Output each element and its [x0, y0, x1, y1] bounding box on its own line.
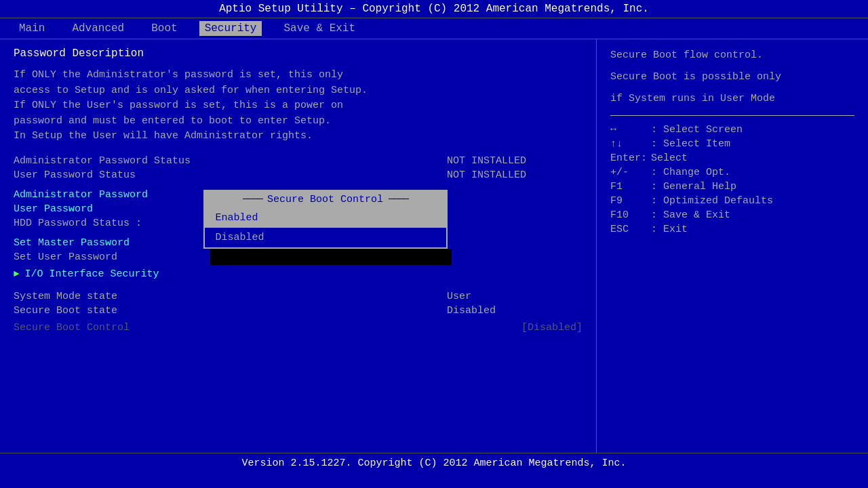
- help-line: if System runs in User Mode: [610, 91, 854, 107]
- popup-option-disabled[interactable]: Disabled: [205, 228, 446, 247]
- key-row: F10: Save & Exit: [610, 209, 854, 221]
- field-label: Administrator Password Status: [14, 155, 447, 167]
- bottom-bar: Version 2.15.1227. Copyright (C) 2012 Am…: [0, 453, 868, 473]
- fields-block: Administrator Password StatusNOT INSTALL…: [14, 155, 583, 181]
- key-desc: : General Help: [651, 181, 736, 192]
- key-desc: : Save & Exit: [651, 209, 730, 221]
- key-row: F1: General Help: [610, 181, 854, 192]
- key-label: ↑↓: [610, 138, 651, 150]
- key-desc: : Select Item: [651, 138, 730, 150]
- secure-boot-control-label: Secure Boot Control: [14, 322, 521, 333]
- key-desc: Select: [651, 152, 688, 164]
- system-mode-row: System Mode stateUser: [14, 291, 583, 302]
- description-line: password and must be entered to boot to …: [14, 114, 583, 129]
- secure-boot-control-value: [Disabled]: [521, 322, 583, 333]
- field-label: User Password Status: [14, 169, 447, 181]
- password-description-title: Password Description: [14, 47, 583, 60]
- field-row: User Password StatusNOT INSTALLED: [14, 169, 583, 181]
- menu-item-advanced[interactable]: Advanced: [66, 21, 130, 36]
- key-desc: : Optimized Defaults: [651, 195, 773, 207]
- description-line: access to Setup and is only asked for wh…: [14, 83, 583, 99]
- io-security-row[interactable]: ► I/O Interface Security: [14, 268, 583, 280]
- key-rows: ↔: Select Screen↑↓: Select ItemEnter: Se…: [610, 124, 854, 235]
- key-label: +/-: [610, 167, 651, 178]
- field-value: NOT INSTALLED: [447, 155, 583, 167]
- bottom-text: Version 2.15.1227. Copyright (C) 2012 Am…: [241, 458, 626, 469]
- key-desc: : Select Screen: [651, 124, 743, 136]
- popup-title: Secure Boot Control: [205, 191, 446, 208]
- key-row: ↔: Select Screen: [610, 124, 854, 136]
- popup-title-text: Secure Boot Control: [267, 194, 383, 205]
- key-label: ↔: [610, 124, 651, 136]
- right-panel: Secure Boot flow control.Secure Boot is …: [597, 39, 868, 453]
- system-mode-value: User: [447, 291, 583, 302]
- secure-boot-control-row: Secure Boot Control [Disabled]: [14, 322, 583, 333]
- popup-shadow: [210, 249, 452, 265]
- field-row: Administrator Password StatusNOT INSTALL…: [14, 155, 583, 167]
- secure-boot-state-value: Disabled: [447, 305, 583, 317]
- secure-boot-state-label: Secure Boot state: [14, 305, 447, 317]
- field-value: NOT INSTALLED: [447, 169, 583, 181]
- menu-bar: MainAdvancedBootSecuritySave & Exit: [0, 18, 868, 39]
- menu-item-security[interactable]: Security: [199, 21, 262, 36]
- main-content: Password Description If ONLY the Adminis…: [0, 39, 868, 453]
- secure-boot-state-row: Secure Boot stateDisabled: [14, 305, 583, 317]
- menu-item-save-&-exit[interactable]: Save & Exit: [278, 21, 361, 36]
- help-line: Secure Boot is possible only: [610, 69, 854, 85]
- title-bar: Aptio Setup Utility – Copyright (C) 2012…: [0, 0, 868, 18]
- key-row: ↑↓: Select Item: [610, 138, 854, 150]
- arrow-icon: ►: [14, 268, 19, 279]
- menu-item-boot[interactable]: Boot: [146, 21, 182, 36]
- help-lines: Secure Boot flow control.Secure Boot is …: [610, 47, 854, 107]
- key-label: ESC: [610, 224, 651, 235]
- popup-option-enabled[interactable]: Enabled: [205, 208, 446, 228]
- key-label: Enter:: [610, 152, 651, 164]
- key-label: F9: [610, 195, 651, 207]
- key-row: ESC: Exit: [610, 224, 854, 235]
- title-text: Aptio Setup Utility – Copyright (C) 2012…: [219, 3, 649, 15]
- key-desc: : Change Opt.: [651, 167, 730, 178]
- system-mode-label: System Mode state: [14, 291, 447, 302]
- key-row: Enter: Select: [610, 152, 854, 164]
- key-row: +/-: Change Opt.: [610, 167, 854, 178]
- left-panel: Password Description If ONLY the Adminis…: [0, 39, 597, 453]
- key-desc: : Exit: [651, 224, 688, 235]
- description-line: If ONLY the Administrator's password is …: [14, 68, 583, 83]
- io-security-label[interactable]: I/O Interface Security: [24, 268, 159, 280]
- divider: [610, 115, 854, 116]
- help-line: Secure Boot flow control.: [610, 47, 854, 64]
- menu-item-main[interactable]: Main: [14, 21, 50, 36]
- key-label: F1: [610, 181, 651, 192]
- description-line: In Setup the User will have Administrato…: [14, 129, 583, 144]
- description-line: If ONLY the User's password is set, this…: [14, 98, 583, 114]
- popup-box: Secure Boot Control EnabledDisabled: [203, 190, 448, 249]
- key-label: F10: [610, 209, 651, 221]
- popup-options: EnabledDisabled: [205, 208, 446, 247]
- key-row: F9: Optimized Defaults: [610, 195, 854, 207]
- description-block: If ONLY the Administrator's password is …: [14, 68, 583, 144]
